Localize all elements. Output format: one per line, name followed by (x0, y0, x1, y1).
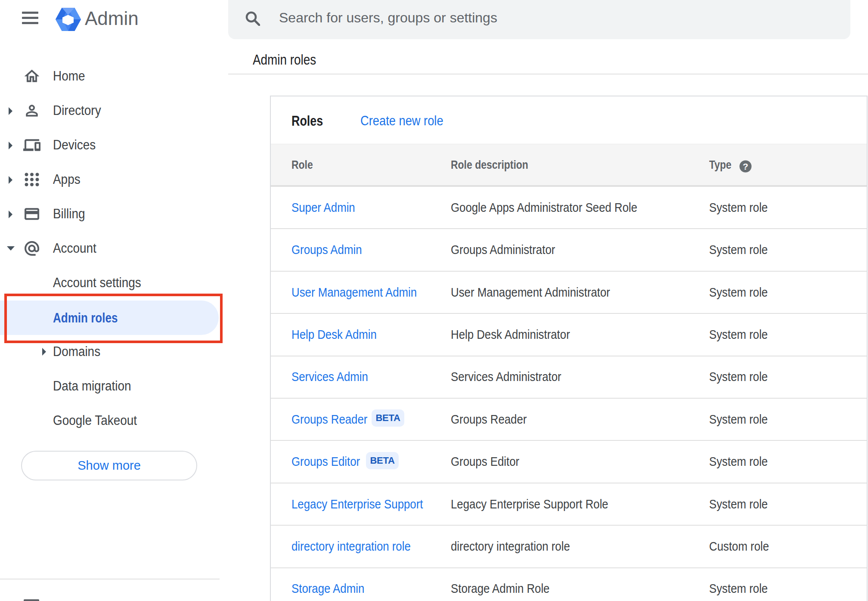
svg-text:?: ? (743, 161, 748, 171)
